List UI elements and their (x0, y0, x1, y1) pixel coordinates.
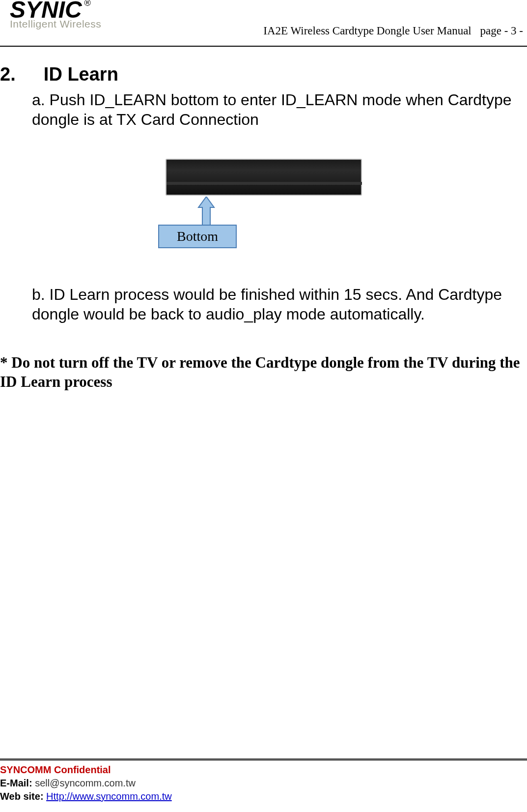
callout-container: Bottom (0, 198, 527, 269)
page-content: 2. ID Learn a. Push ID_LEARN bottom to e… (0, 47, 527, 392)
page-number: page - 3 - (480, 25, 524, 37)
page-footer: SYNCOMM Confidential E-Mail: sell@syncom… (0, 763, 172, 803)
website-link[interactable]: Http://www.syncomm.com.tw (46, 791, 172, 802)
email-label: E-Mail: (0, 778, 32, 788)
footer-website-line: Web site: Http://www.syncomm.com.tw (0, 790, 172, 803)
footer-separator (0, 758, 527, 760)
step-a-text: a. Push ID_LEARN bottom to enter ID_LEAR… (32, 90, 522, 129)
registered-mark: ® (84, 0, 90, 8)
section-heading: 2. ID Learn (0, 64, 527, 85)
footer-email-line: E-Mail: sell@syncomm.com.tw (0, 777, 172, 790)
header-right: IA2E Wireless Cardtype Dongle User Manua… (263, 25, 523, 37)
svg-marker-0 (198, 197, 214, 227)
confidential-label: SYNCOMM Confidential (0, 763, 172, 777)
up-arrow-icon (196, 197, 216, 229)
callout-label: Bottom (177, 229, 218, 244)
document-title: IA2E Wireless Cardtype Dongle User Manua… (263, 25, 471, 37)
step-b-text: b. ID Learn process would be finished wi… (32, 285, 522, 324)
logo-main-text: SYNIC (10, 0, 82, 23)
email-value: sell@syncomm.com.tw (35, 778, 136, 788)
page-header: SYNIC ® Intelligent Wireless IA2E Wirele… (0, 0, 527, 47)
dongle-image (166, 159, 362, 196)
figure-dongle (0, 159, 527, 198)
logo: SYNIC ® Intelligent Wireless (10, 0, 101, 30)
warning-text: * Do not turn off the TV or remove the C… (0, 353, 523, 392)
section-number: 2. (0, 64, 16, 85)
section-title: ID Learn (44, 64, 118, 85)
callout-label-box: Bottom (158, 225, 237, 248)
dongle-slot (166, 182, 362, 185)
website-label: Web site: (0, 791, 44, 802)
